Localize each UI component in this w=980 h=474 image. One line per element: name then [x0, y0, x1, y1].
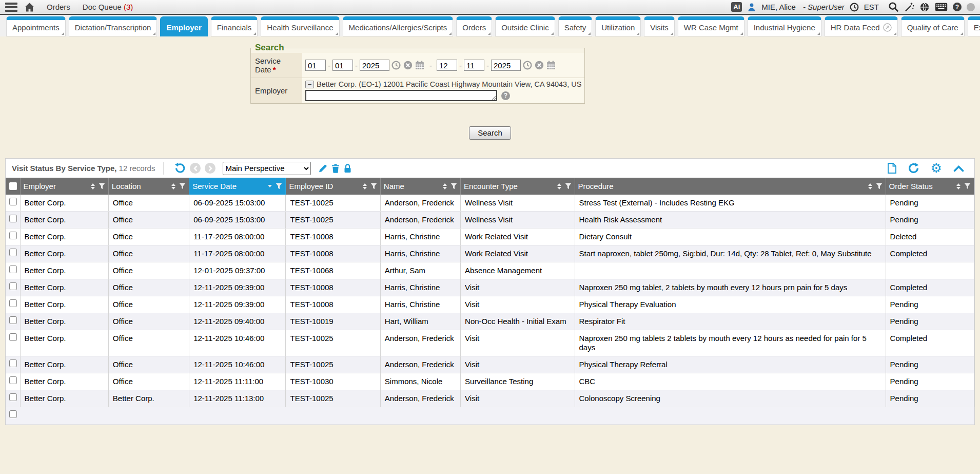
column-label: Encounter Type	[464, 182, 555, 191]
row-checkbox[interactable]	[9, 376, 17, 384]
breadcrumb-orders[interactable]: Orders	[47, 3, 70, 11]
row-checkbox[interactable]	[9, 198, 17, 205]
column-header-employer[interactable]: Employer	[20, 178, 108, 195]
perspective-select[interactable]: Main Perspective	[223, 162, 311, 175]
tab-hr-data-feed[interactable]: HR Data Feed	[825, 16, 898, 36]
filter-icon[interactable]	[565, 183, 572, 189]
column-label: Employer	[24, 182, 89, 191]
column-header-name[interactable]: Name	[380, 178, 460, 195]
menu-icon[interactable]	[5, 3, 17, 12]
help-icon[interactable]: ?	[953, 3, 962, 11]
globe-icon[interactable]	[919, 2, 930, 12]
sort-icon[interactable]	[171, 183, 175, 189]
tab-visits[interactable]: Visits	[644, 16, 675, 36]
tab-utilization[interactable]: Utilization	[595, 16, 641, 36]
select-all-checkbox[interactable]	[9, 182, 17, 190]
row-checkbox[interactable]	[9, 249, 17, 256]
sort-icon[interactable]	[956, 183, 961, 189]
from-month-input[interactable]	[305, 60, 326, 71]
row-checkbox[interactable]	[9, 393, 17, 401]
column-header-order-status[interactable]: Order Status	[886, 178, 974, 195]
keyboard-icon[interactable]	[935, 3, 948, 11]
filter-icon[interactable]	[876, 183, 883, 189]
tab-safety[interactable]: Safety	[558, 16, 593, 36]
tab-health-surveillance[interactable]: Health Surveillance	[261, 16, 339, 36]
clear-date-icon[interactable]	[535, 61, 544, 70]
doc-queue-count: (3)	[124, 3, 133, 11]
lock-icon[interactable]	[344, 164, 351, 173]
tab-medications-allergies-scripts[interactable]: Medications/Allergies/Scripts	[343, 16, 454, 36]
footer-select-cell	[6, 407, 20, 425]
new-document-icon[interactable]	[888, 163, 896, 174]
time-picker-icon[interactable]	[391, 61, 401, 70]
filter-icon[interactable]	[276, 183, 282, 189]
next-icon[interactable]	[205, 163, 215, 174]
row-checkbox[interactable]	[9, 299, 17, 307]
sort-icon[interactable]	[557, 183, 561, 189]
calendar-icon[interactable]	[415, 61, 424, 70]
time-picker-icon[interactable]	[523, 61, 532, 70]
sort-icon[interactable]	[868, 183, 872, 189]
column-header-service-date[interactable]: Service Date	[189, 178, 286, 195]
from-year-input[interactable]	[360, 60, 389, 71]
tab-employer[interactable]: Employer	[160, 16, 207, 36]
column-header-procedure[interactable]: Procedure	[575, 178, 886, 195]
column-header-encounter-type[interactable]: Encounter Type	[461, 178, 575, 195]
to-year-input[interactable]	[491, 60, 521, 71]
tab-outside-clinic[interactable]: Outside Clinic	[495, 16, 555, 36]
refresh-icon[interactable]	[908, 162, 919, 174]
sort-icon[interactable]	[443, 183, 447, 189]
search-icon[interactable]	[888, 2, 899, 12]
breadcrumb-doc-queue[interactable]: Doc Queue (3)	[83, 3, 133, 11]
row-checkbox[interactable]	[9, 359, 17, 367]
tab-executive-dashboard[interactable]: Executive Dashboard	[968, 16, 980, 36]
calendar-icon[interactable]	[546, 61, 556, 70]
field-help-icon[interactable]: ?	[501, 91, 510, 100]
tab-dictation-transcription[interactable]: Dictation/Transcription	[69, 16, 158, 36]
tab-quality-of-care[interactable]: Quality of Care	[901, 16, 965, 36]
clear-date-icon[interactable]	[403, 61, 413, 70]
table-footer-row	[6, 407, 974, 425]
prev-icon[interactable]	[190, 163, 201, 174]
tab-appointments[interactable]: Appointments	[6, 16, 66, 36]
sort-icon[interactable]	[91, 183, 95, 189]
filter-icon[interactable]	[370, 183, 377, 189]
filter-icon[interactable]	[99, 183, 105, 189]
clock-icon[interactable]	[850, 3, 859, 12]
footer-checkbox[interactable]	[9, 410, 17, 418]
search-button[interactable]: Search	[469, 126, 511, 140]
tab-financials[interactable]: Financials	[211, 16, 258, 36]
to-day-input[interactable]	[464, 60, 484, 71]
from-day-input[interactable]	[332, 60, 353, 71]
filter-icon[interactable]	[964, 183, 971, 189]
row-checkbox[interactable]	[9, 232, 17, 239]
row-checkbox[interactable]	[9, 316, 17, 324]
tab-orders[interactable]: Orders	[456, 16, 492, 36]
row-checkbox[interactable]	[9, 266, 17, 273]
delete-icon[interactable]	[331, 164, 340, 173]
row-checkbox[interactable]	[9, 333, 17, 341]
reset-view-icon[interactable]	[174, 162, 186, 174]
ai-badge[interactable]: AI	[731, 2, 742, 12]
tab-industrial-hygiene[interactable]: Industrial Hygiene	[748, 16, 821, 36]
column-header-location[interactable]: Location	[108, 178, 189, 195]
settings-icon[interactable]: ⚙	[931, 163, 942, 174]
filter-icon[interactable]	[179, 183, 186, 189]
filter-icon[interactable]	[450, 183, 457, 189]
column-header-employee-id[interactable]: Employee ID	[286, 178, 380, 195]
search-section: Search Service Date* - - - - -	[0, 36, 980, 140]
row-checkbox[interactable]	[9, 282, 17, 290]
collapse-panel-icon[interactable]	[953, 165, 964, 172]
edit-icon[interactable]	[318, 164, 327, 173]
wand-icon[interactable]	[904, 2, 914, 12]
user-name[interactable]: MIE, Alice	[761, 3, 796, 11]
sort-desc-icon[interactable]	[268, 185, 272, 187]
home-icon[interactable]	[25, 3, 34, 12]
user-icon[interactable]	[747, 3, 756, 12]
sort-icon[interactable]	[363, 183, 367, 189]
to-month-input[interactable]	[437, 60, 457, 71]
employer-search-input[interactable]	[305, 90, 497, 101]
collapse-minus-icon[interactable]: –	[305, 81, 314, 88]
row-checkbox[interactable]	[9, 215, 17, 222]
tab-wr-case-mgmt[interactable]: WR Case Mgmt	[678, 16, 744, 36]
